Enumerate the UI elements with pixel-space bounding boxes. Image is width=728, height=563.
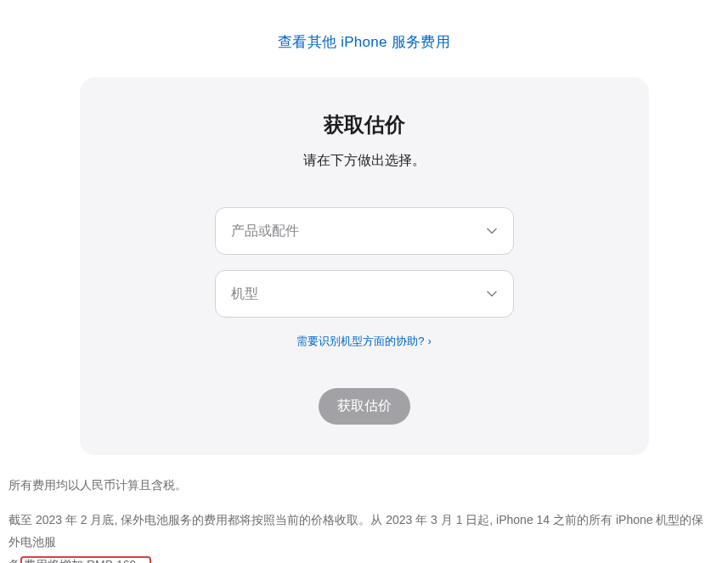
- top-link-container: 查看其他 iPhone 服务费用: [0, 0, 728, 70]
- help-link-container: 需要识别机型方面的协助?›: [80, 333, 649, 349]
- chevron-down-icon: [486, 225, 498, 237]
- card-subtitle: 请在下方做出选择。: [80, 152, 649, 170]
- estimate-card: 获取估价 请在下方做出选择。 产品或配件 机型 需要识别机型方面的协助?› 获取…: [80, 77, 649, 455]
- identify-model-help-link[interactable]: 需要识别机型方面的协助?›: [296, 335, 432, 347]
- help-link-text: 需要识别机型方面的协助?: [296, 335, 424, 347]
- card-title: 获取估价: [80, 111, 649, 138]
- other-services-link[interactable]: 查看其他 iPhone 服务费用: [278, 34, 450, 50]
- footer-line-1: 所有费用均以人民币计算且含税。: [8, 474, 705, 497]
- chevron-right-icon: ›: [427, 335, 431, 347]
- chevron-down-icon: [486, 288, 498, 300]
- footer-line-2b: 务: [8, 558, 20, 563]
- footer-line-2: 截至 2023 年 2 月底, 保外电池服务的费用都将按照当前的价格收取。从 2…: [8, 509, 705, 563]
- product-dropdown[interactable]: 产品或配件: [215, 207, 514, 255]
- footer-line-2a: 截至 2023 年 2 月底, 保外电池服务的费用都将按照当前的价格收取。从 2…: [8, 513, 703, 549]
- get-estimate-button[interactable]: 获取估价: [319, 388, 410, 425]
- product-dropdown-label: 产品或配件: [231, 222, 299, 240]
- footer-text: 所有费用均以人民币计算且含税。 截至 2023 年 2 月底, 保外电池服务的费…: [8, 474, 705, 563]
- price-increase-highlight: 费用将增加 RMB 169。: [20, 556, 151, 563]
- model-dropdown[interactable]: 机型: [215, 270, 514, 318]
- model-dropdown-label: 机型: [231, 285, 258, 303]
